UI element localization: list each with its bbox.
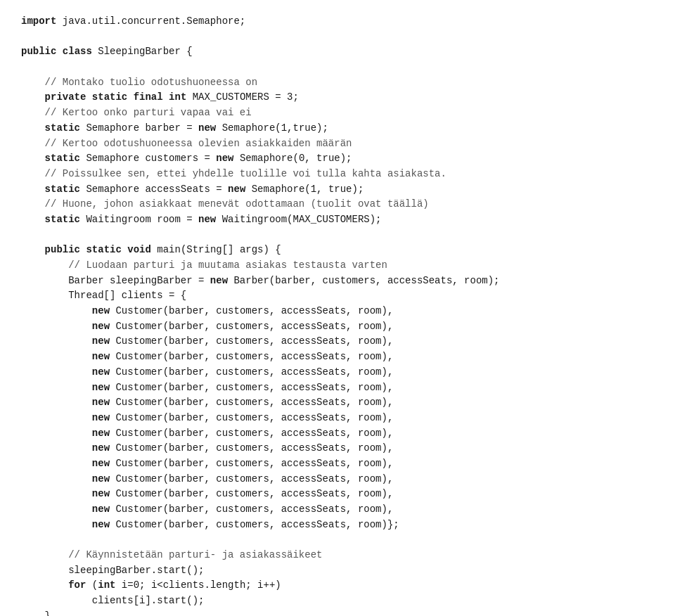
code-block: import java.util.concurrent.Semaphore; p… — [21, 14, 654, 616]
